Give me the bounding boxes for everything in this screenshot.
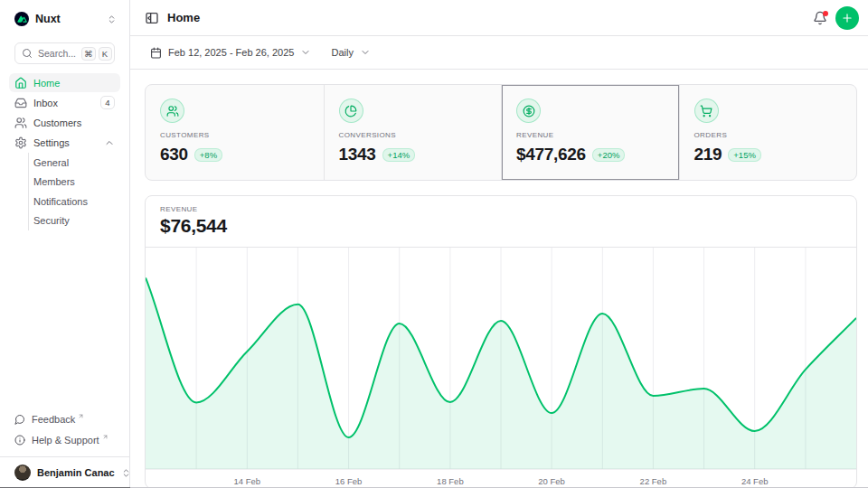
arrow-up-right-icon bbox=[78, 413, 84, 419]
nuxt-logo-icon bbox=[14, 12, 29, 26]
revenue-chart-card: REVENUE $76,544 14 Feb16 Feb18 Feb20 Feb… bbox=[145, 195, 857, 488]
stat-card-orders[interactable]: ORDERS219+15% bbox=[679, 85, 857, 180]
date-range-picker[interactable]: Feb 12, 2025 - Feb 26, 2025 bbox=[145, 41, 316, 64]
calendar-icon bbox=[150, 47, 162, 59]
search-kbd-shortcut: ⌘ K bbox=[81, 47, 112, 61]
settings-subnav: GeneralMembersNotificationsSecurity bbox=[28, 153, 120, 230]
stat-icon-wrap bbox=[339, 99, 363, 123]
sidebar-nav: HomeInbox4CustomersSettingsGeneralMember… bbox=[9, 73, 120, 230]
dashboard-content: CUSTOMERS630+8%CONVERSIONS1343+14%REVENU… bbox=[130, 70, 868, 488]
add-button[interactable] bbox=[835, 6, 859, 30]
main-area: Home Feb 12, 2025 - Feb 26, 2025 Daily C… bbox=[130, 0, 868, 488]
sidebar-link-feedback[interactable]: Feedback bbox=[9, 409, 120, 429]
stat-delta-badge: +8% bbox=[194, 148, 222, 162]
sidebar-item-settings[interactable]: Settings bbox=[9, 133, 120, 152]
stat-card-conversions[interactable]: CONVERSIONS1343+14% bbox=[324, 85, 502, 180]
revenue-area-chart[interactable]: 14 Feb16 Feb18 Feb20 Feb22 Feb24 Feb bbox=[146, 248, 856, 488]
search-icon bbox=[22, 48, 33, 59]
stats-row: CUSTOMERS630+8%CONVERSIONS1343+14%REVENU… bbox=[145, 84, 857, 181]
sidebar-subitem-label: Notifications bbox=[33, 196, 88, 207]
chevron-down-icon bbox=[300, 47, 311, 58]
workspace-switcher[interactable]: Nuxt bbox=[9, 7, 120, 31]
period-select[interactable]: Daily bbox=[326, 41, 375, 64]
circle-dollar-sign-icon bbox=[523, 105, 535, 117]
stat-delta-badge: +14% bbox=[382, 148, 416, 162]
sidebar-link-label: Feedback bbox=[32, 414, 75, 425]
page-header: Home bbox=[130, 0, 868, 36]
sidebar-subitem-general[interactable]: General bbox=[29, 153, 120, 173]
house-icon bbox=[14, 77, 27, 89]
chart-value: $76,544 bbox=[160, 215, 842, 237]
user-menu[interactable]: Benjamin Canac bbox=[9, 457, 120, 488]
sidebar-item-customers[interactable]: Customers bbox=[9, 113, 120, 132]
inbox-icon bbox=[14, 97, 27, 109]
calendar-icon bbox=[150, 47, 162, 59]
chevron-down-icon bbox=[360, 47, 371, 58]
chevron-up-icon bbox=[104, 137, 115, 148]
collapse-sidebar-button[interactable] bbox=[145, 11, 159, 25]
app-window: Nuxt Search... ⌘ K HomeInbox4CustomersSe… bbox=[0, 0, 868, 488]
stat-value: 630 bbox=[160, 145, 188, 164]
x-axis-label: 14 Feb bbox=[234, 476, 261, 486]
stat-delta-badge: +20% bbox=[592, 148, 626, 162]
user-name: Benjamin Canac bbox=[37, 467, 115, 478]
chevron-down-icon bbox=[300, 47, 311, 58]
sidebar-item-home[interactable]: Home bbox=[9, 73, 120, 92]
chevrons-up-down-icon bbox=[121, 468, 131, 478]
sidebar-subitem-label: Members bbox=[33, 176, 75, 187]
users-icon bbox=[14, 117, 27, 129]
sidebar-item-label: Inbox bbox=[33, 98, 58, 108]
sidebar-subitem-members[interactable]: Members bbox=[29, 173, 120, 192]
arrow-up-right-icon bbox=[102, 434, 108, 440]
sidebar-item-label: Home bbox=[33, 78, 60, 89]
inbox-count-badge: 4 bbox=[100, 96, 115, 109]
stat-value: 1343 bbox=[339, 145, 376, 164]
message-circle-icon bbox=[14, 414, 25, 425]
search-placeholder: Search... bbox=[38, 48, 76, 59]
x-axis-label: 24 Feb bbox=[741, 476, 769, 486]
x-axis-label: 22 Feb bbox=[640, 476, 667, 486]
chevrons-up-down-icon bbox=[107, 14, 117, 24]
sidebar-subitem-label: General bbox=[33, 157, 69, 168]
workspace-name: Nuxt bbox=[35, 13, 61, 25]
x-axis-label: 16 Feb bbox=[335, 476, 363, 486]
sidebar-subitem-notifications[interactable]: Notifications bbox=[29, 192, 120, 211]
stat-label: CONVERSIONS bbox=[339, 131, 487, 139]
sidebar-item-label: Settings bbox=[33, 137, 70, 148]
chevrons-up-down-icon bbox=[121, 468, 131, 478]
panel-left-close-icon bbox=[145, 11, 159, 25]
stat-delta-badge: +15% bbox=[728, 148, 761, 162]
stat-value: 219 bbox=[694, 145, 722, 164]
chart-label: REVENUE bbox=[160, 205, 842, 213]
stat-icon-wrap bbox=[516, 99, 541, 123]
stat-label: REVENUE bbox=[516, 131, 665, 139]
user-avatar bbox=[14, 465, 31, 481]
kbd-meta: ⌘ bbox=[81, 47, 96, 61]
sidebar: Nuxt Search... ⌘ K HomeInbox4CustomersSe… bbox=[0, 0, 130, 488]
sidebar-subitem-label: Security bbox=[33, 215, 70, 226]
stat-card-revenue[interactable]: REVENUE$477,626+20% bbox=[501, 85, 679, 180]
chart-header: REVENUE $76,544 bbox=[146, 196, 856, 247]
users-icon bbox=[166, 105, 179, 117]
x-axis-label: 20 Feb bbox=[538, 476, 565, 486]
period-label: Daily bbox=[331, 47, 353, 58]
chevron-down-icon bbox=[360, 47, 371, 58]
search-icon bbox=[22, 48, 33, 59]
sidebar-footer-links: FeedbackHelp & Support bbox=[9, 409, 120, 450]
sidebar-subitem-security[interactable]: Security bbox=[29, 211, 120, 231]
sidebar-item-inbox[interactable]: Inbox4 bbox=[9, 93, 120, 112]
sidebar-item-label: Customers bbox=[33, 117, 81, 128]
search-input[interactable]: Search... ⌘ K bbox=[14, 42, 115, 64]
filters-toolbar: Feb 12, 2025 - Feb 26, 2025 Daily bbox=[130, 36, 868, 70]
sidebar-link-label: Help & Support bbox=[32, 435, 99, 446]
chart-pie-icon bbox=[344, 105, 357, 117]
sidebar-link-help-support[interactable]: Help & Support bbox=[9, 430, 120, 450]
shopping-cart-icon bbox=[700, 105, 712, 117]
date-range-label: Feb 12, 2025 - Feb 26, 2025 bbox=[168, 47, 294, 58]
plus-icon bbox=[841, 12, 854, 24]
notifications-button[interactable] bbox=[813, 11, 827, 25]
stat-icon-wrap bbox=[694, 99, 719, 123]
stat-card-customers[interactable]: CUSTOMERS630+8% bbox=[146, 85, 324, 180]
notification-unread-dot bbox=[823, 11, 829, 17]
info-icon bbox=[14, 435, 25, 446]
